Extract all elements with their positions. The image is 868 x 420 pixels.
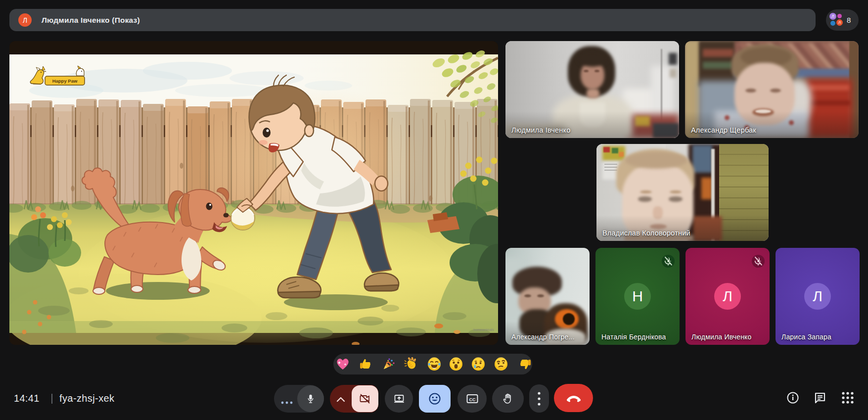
svg-text:homeanimals: homeanimals (473, 328, 494, 331)
svg-text:CC: CC (469, 397, 475, 402)
svg-text:Happy Paw: Happy Paw (52, 78, 78, 84)
